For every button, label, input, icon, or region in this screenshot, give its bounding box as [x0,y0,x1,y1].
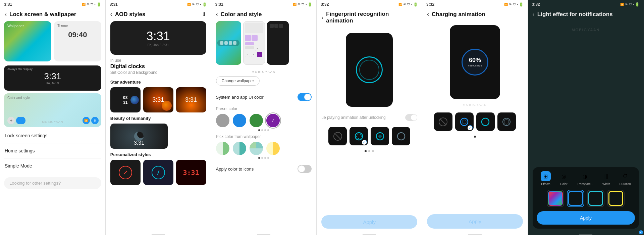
change-wallpaper-btn[interactable]: Change wallpaper [216,76,260,86]
color-purple-selected[interactable]: ✓ [266,114,280,127]
page-title-2: AOD styles [115,11,199,18]
charging-page-dots [474,136,476,138]
wp-dot-4 [267,157,269,159]
aod-date: Fri, Jan 5 [46,82,59,85]
anim-thumb-none[interactable] [328,127,347,145]
wp-dark-preview[interactable] [267,21,289,65]
panel-fingerprint: 3:32 📶 👁 🛡 • 🔋 ‹ Fingerprint recognition… [317,0,422,235]
tab-effects[interactable]: ⊞ Effects [541,171,551,186]
shield-icon-3: 🛡 [302,3,305,6]
back-button-1[interactable]: ‹ [5,11,7,18]
preset-teal[interactable] [587,190,604,207]
add-btn[interactable]: + [7,117,15,124]
style-analog-1[interactable] [110,160,141,185]
wp-color-4[interactable] [266,142,280,155]
wallpaper-grid: Wallpaper Theme 09:40 [4,21,101,61]
home-settings[interactable]: Home settings [4,143,101,158]
back-button-5[interactable]: ‹ [427,11,429,18]
continue-playing-toggle[interactable] [405,114,417,121]
download-icon[interactable]: ⬇ [202,11,206,17]
bottom-card[interactable]: MOBIGYAAN Color and style 📶 B + [4,93,101,127]
wp-color-1[interactable] [216,142,229,155]
panel-light-effect: 3:32 📶 👁 🛡 • 🔋 ‹ Light effect for notifi… [528,0,644,235]
wallpaper-color-dots [216,157,312,159]
svg-line-1 [335,134,340,139]
charging-anim-ring2[interactable] [497,112,516,131]
set-color-label[interactable]: Set Color and Background [106,70,211,75]
continue-playing-row: ue playing animation after unlocking [321,111,417,124]
simple-mode[interactable]: Simple Mode [4,158,101,173]
mobigyaan-5: MOBIGYAAN [463,103,487,106]
header-4: ‹ Fingerprint recognition animation [317,8,422,28]
toggle-btn[interactable] [16,117,25,124]
dot-icon-3: • [306,3,307,6]
color-blue[interactable] [233,114,246,127]
tab-duration[interactable]: ⏱ Duration [620,171,631,186]
back-button-3[interactable]: ‹ [216,11,218,18]
svg-line-8 [440,119,446,125]
wp-main-preview[interactable] [216,21,241,65]
bt-btn[interactable]: B [91,117,99,124]
wallpaper-card[interactable]: Wallpaper [4,21,51,61]
back-button-4[interactable]: ‹ [321,14,323,21]
duration-icon: ⏱ [620,171,630,181]
apply-btn-light[interactable]: Apply [537,211,635,225]
fp-ring [356,56,383,83]
aod-card[interactable]: Always On Display 3:31 Fri, Jan 5 [4,65,101,91]
charging-anim-none[interactable] [434,112,452,131]
back-button-2[interactable]: ‹ [110,11,112,18]
fp-dot-2 [368,150,370,152]
panel5-content: 60% FastCharge MOBIGYAAN ✓ [422,21,528,233]
color-gray[interactable] [216,114,229,127]
page-title-5: Charging animation [432,11,523,18]
charging-anim-blue[interactable]: ✓ [455,112,474,131]
wp-color-3[interactable] [250,142,263,155]
apply-color-toggle[interactable] [298,165,312,173]
wallpaper-label: Wallpaper [7,24,24,28]
panel4-content: ue playing animation after unlocking ✓ [317,28,422,233]
menu-items: Lock screen settings Home settings Simpl… [4,127,101,175]
system-ui-toggle[interactable] [298,93,312,101]
panel-lock-screen: 3:31 📶 👁 🛡 • 🔋 ‹ Lock screen & wallpaper… [0,0,106,235]
apply-btn-fp[interactable]: Apply [321,215,417,229]
fp-dot-1 [365,150,367,152]
preset-color-dots [216,129,312,131]
tab-color[interactable]: ◎ Color [559,171,569,186]
tab-transparency[interactable]: ◑ Transpare... [577,171,593,186]
fp-page-dots [365,150,374,152]
style-analog-2[interactable] [143,160,173,185]
color-green[interactable] [250,114,263,127]
anim-options-row: ✓ [328,127,410,145]
theme-card[interactable]: Theme 09:40 [54,21,101,61]
style-moon[interactable]: 3:31 [110,124,168,149]
anim-thumb-circle-blue[interactable]: ✓ [350,127,368,145]
bottom-actions: + [7,117,25,124]
style-planet-1[interactable]: 3:31 [143,87,173,112]
style-digital-1[interactable]: 03 31 [110,87,141,112]
svg-point-3 [357,134,361,139]
style-digital-2[interactable]: 3:31 [176,160,206,185]
preset-blue[interactable]: ✓ [567,190,584,207]
battery-icon-6: 🔋 [635,2,640,7]
back-button-6[interactable]: ‹ [533,11,535,18]
preview-date: Fri, Jan 5 3:31 [148,43,169,47]
digital-clock-label: Digital clocks [106,63,211,69]
anim-thumb-circle-ring[interactable] [392,127,410,145]
charging-anim-outline[interactable] [476,112,495,131]
wp-color-2[interactable] [233,142,246,155]
wifi-btn[interactable]: 📶 [83,117,90,124]
lock-screen-settings[interactable]: Lock screen settings [4,128,101,143]
status-time-4: 3:32 [321,2,329,7]
beauty-row: 3:31 [110,124,206,149]
width-label: Width [602,182,610,186]
preset-rainbow[interactable] [547,190,564,207]
preset-color-title: Preset color [216,106,312,111]
fp-phone-preview [346,33,393,107]
wp-white-preview[interactable]: + − × = [243,21,265,65]
anim-thumb-circle-teal[interactable] [371,127,389,145]
preset-yellow[interactable] [607,190,625,207]
apply-btn-charging[interactable]: Apply [427,214,523,229]
style-fire-1[interactable]: 3:31 [176,87,206,112]
search-box[interactable]: Looking for other settings? [4,177,101,189]
tab-width[interactable]: ||| Width [601,171,611,186]
